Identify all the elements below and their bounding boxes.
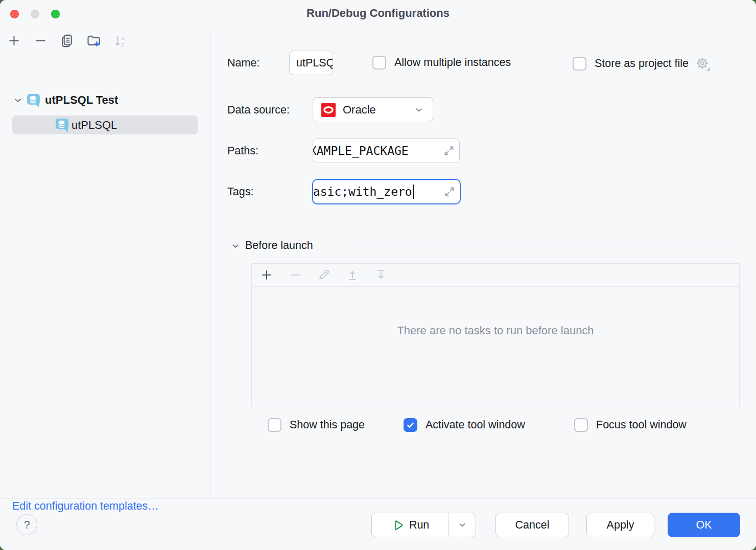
allow-multiple-instances-checkbox[interactable] (372, 56, 386, 70)
remove-task-button[interactable] (288, 268, 302, 282)
before-launch-toolbar (252, 264, 739, 287)
remove-configuration-button[interactable] (33, 34, 48, 48)
store-as-project-file-label: Store as project file (595, 57, 689, 70)
titlebar: Run/Debug Configurations (0, 0, 756, 29)
show-this-page-checkbox[interactable] (268, 418, 281, 432)
sort-alphabetically-icon: a z (113, 34, 127, 48)
copy-configuration-button[interactable] (60, 34, 74, 48)
apply-button[interactable]: Apply (586, 513, 654, 537)
dialog-footer: ? Run Cancel Apply OK (0, 498, 756, 550)
tags-label: Tags: (227, 186, 253, 198)
run-debug-configurations-dialog: Run/Debug Configurations (0, 0, 756, 550)
new-folder-icon (86, 33, 101, 48)
chevron-down-icon (230, 240, 241, 251)
run-play-icon (391, 519, 404, 532)
text-caret (413, 185, 414, 199)
activate-tool-window-group: Activate tool window (404, 418, 525, 432)
ok-button-label: OK (696, 519, 712, 532)
add-icon (7, 34, 21, 48)
gear-icon (695, 56, 711, 72)
help-button[interactable]: ? (16, 514, 37, 535)
new-folder-button[interactable] (86, 34, 101, 48)
expand-tags-button[interactable] (443, 186, 456, 198)
move-down-icon (374, 268, 388, 282)
configurations-sidebar: a z utPLSQL Test (0, 29, 211, 498)
expand-paths-button[interactable] (443, 145, 455, 157)
move-task-down-button[interactable] (374, 268, 388, 282)
cancel-button-label: Cancel (515, 519, 550, 532)
show-this-page-label: Show this page (290, 419, 365, 431)
show-this-page-group: Show this page (268, 418, 365, 432)
tree-item-utplsql-test[interactable]: utPLSQL Test (12, 91, 118, 109)
check-icon (406, 421, 415, 429)
store-as-project-file-group: Store as project file (573, 56, 711, 72)
utplsql-config-icon (54, 117, 70, 133)
add-icon (260, 268, 273, 282)
utplsql-type-icon (26, 93, 41, 108)
store-as-project-file-checkbox[interactable] (573, 57, 586, 71)
chevron-down-icon (12, 95, 23, 106)
paths-input[interactable]: EXAMPLE_PACKAGE (313, 139, 460, 163)
before-launch-rule (341, 247, 740, 247)
remove-icon (289, 268, 302, 282)
move-up-icon (346, 268, 359, 282)
paths-label: Paths: (227, 145, 258, 157)
cancel-button[interactable]: Cancel (495, 513, 569, 537)
allow-multiple-instances-group: Allow multiple instances (372, 56, 511, 70)
svg-text:z: z (121, 40, 124, 47)
run-options-button[interactable] (449, 513, 476, 537)
focus-tool-window-checkbox[interactable] (574, 418, 588, 432)
expand-icon (443, 145, 455, 157)
chevron-down-icon (413, 104, 424, 116)
before-launch-header[interactable]: Before launch (230, 239, 313, 252)
help-question-icon: ? (23, 518, 30, 532)
activate-tool-window-checkbox[interactable] (404, 418, 417, 432)
data-source-label: Data source: (227, 104, 290, 117)
run-split-button: Run (371, 513, 476, 537)
chevron-down-icon (457, 519, 468, 531)
edit-task-button[interactable] (317, 268, 331, 282)
tree-item-utplsql-selected[interactable]: utPLSQL (12, 116, 198, 134)
tags-value: basic;with_zero (312, 185, 412, 198)
paths-value: EXAMPLE_PACKAGE (313, 144, 409, 157)
sort-configurations-button[interactable]: a z (113, 34, 127, 48)
tree-item-label: utPLSQL (72, 119, 117, 132)
focus-tool-window-label: Focus tool window (596, 419, 687, 431)
tags-input[interactable]: basic;with_zero (312, 179, 461, 204)
name-label: Name: (227, 57, 259, 70)
tree-item-label: utPLSQL Test (45, 94, 118, 107)
add-configuration-button[interactable] (7, 34, 21, 48)
run-button-label: Run (409, 519, 429, 532)
apply-button-label: Apply (607, 519, 634, 532)
edit-pencil-icon (317, 268, 330, 282)
remove-icon (34, 34, 48, 48)
before-launch-title: Before launch (245, 239, 313, 252)
sidebar-toolbar: a z (0, 29, 210, 53)
store-settings-button[interactable] (695, 56, 711, 72)
name-value: utPLSQL (296, 57, 333, 70)
oracle-icon (321, 103, 336, 117)
data-source-dropdown[interactable]: Oracle (313, 97, 433, 122)
dialog-title: Run/Debug Configurations (0, 7, 756, 20)
name-input[interactable]: utPLSQL (289, 51, 333, 75)
run-button[interactable]: Run (372, 513, 449, 537)
activate-tool-window-label: Activate tool window (426, 419, 525, 431)
svg-text:a: a (121, 34, 125, 40)
ok-button[interactable]: OK (668, 513, 740, 537)
before-launch-panel: There are no tasks to run before launch (251, 263, 740, 406)
copy-icon (60, 34, 74, 48)
before-launch-empty-text: There are no tasks to run before launch (252, 324, 739, 337)
expand-icon (443, 186, 456, 198)
focus-tool-window-group: Focus tool window (574, 418, 687, 432)
move-task-up-button[interactable] (345, 268, 360, 282)
allow-multiple-instances-label: Allow multiple instances (394, 56, 511, 69)
data-source-value: Oracle (343, 103, 376, 117)
add-task-button[interactable] (259, 268, 274, 282)
